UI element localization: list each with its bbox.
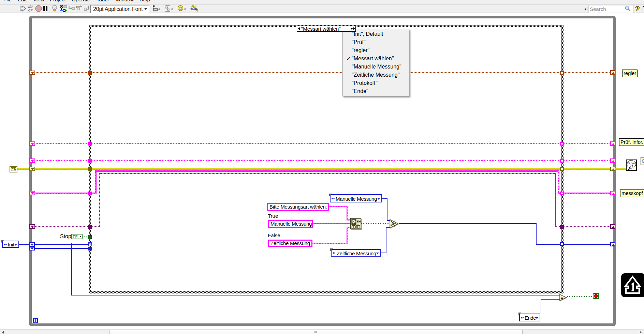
svg-text:?!: ?!	[629, 164, 633, 168]
svg-text:T: T	[353, 225, 354, 228]
svg-text:=: =	[561, 295, 563, 300]
svg-text:F: F	[357, 225, 359, 228]
